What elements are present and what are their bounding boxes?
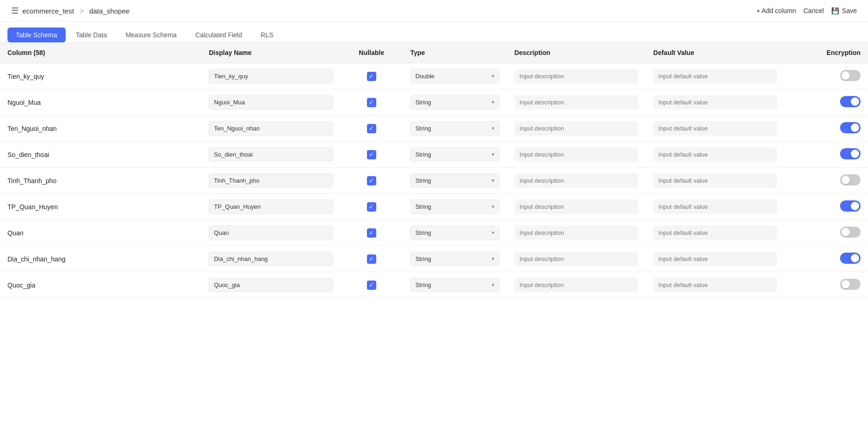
encryption-toggle[interactable] (840, 148, 861, 159)
nullable-checkbox[interactable]: ✓ (367, 150, 376, 159)
type-dropdown[interactable]: String▾ (410, 226, 500, 240)
default-value-input[interactable] (653, 226, 777, 240)
type-dropdown[interactable]: String▾ (410, 278, 500, 292)
description-input[interactable] (515, 173, 638, 188)
add-column-button[interactable]: + Add column (756, 7, 796, 14)
type-dropdown[interactable]: String▾ (410, 147, 500, 162)
display-name-input[interactable] (209, 199, 332, 214)
type-value: String (415, 255, 431, 262)
nullable-checkbox[interactable]: ✓ (367, 254, 376, 264)
display-name-input[interactable] (209, 226, 332, 240)
type-dropdown[interactable]: Double▾ (410, 69, 500, 83)
nullable-checkbox[interactable]: ✓ (367, 124, 376, 133)
default-value-input[interactable] (653, 147, 777, 162)
encryption-toggle[interactable] (840, 253, 861, 264)
schema-table-container: Column (58) Display Name Nullable Type D… (0, 42, 868, 298)
display-name-input[interactable] (209, 121, 332, 136)
type-dropdown[interactable]: String▾ (410, 199, 500, 214)
encryption-cell (785, 89, 868, 116)
chevron-down-icon: ▾ (492, 256, 495, 262)
display-name-input[interactable] (209, 278, 332, 292)
toggle-knob (851, 97, 859, 106)
column-header: Column (58) (0, 42, 201, 63)
default-value-input[interactable] (653, 69, 777, 83)
nullable-checkbox[interactable]: ✓ (367, 281, 376, 290)
encryption-toggle[interactable] (840, 279, 861, 290)
toggle-knob (841, 280, 850, 288)
type-cell: Double▾ (403, 63, 507, 89)
display-name-input[interactable] (209, 95, 332, 110)
type-cell: String▾ (403, 168, 507, 194)
toggle-knob (841, 176, 850, 184)
encryption-cell (785, 220, 868, 246)
type-header: Type (403, 42, 507, 63)
encryption-toggle[interactable] (840, 70, 861, 81)
encryption-toggle[interactable] (840, 200, 861, 212)
tab-calculated-field[interactable]: Calculated Field (187, 27, 250, 42)
type-dropdown[interactable]: String▾ (410, 173, 500, 188)
description-input[interactable] (515, 199, 638, 214)
default-value-cell (646, 220, 785, 246)
encryption-toggle[interactable] (840, 226, 861, 238)
type-dropdown[interactable]: String▾ (410, 95, 500, 110)
default-value-input[interactable] (653, 121, 777, 136)
display-name-input[interactable] (209, 252, 332, 266)
default-value-input[interactable] (653, 278, 777, 292)
column-name-cell: Nguoi_Mua (0, 89, 201, 116)
nullable-cell: ✓ (340, 272, 403, 298)
tab-table-schema[interactable]: Table Schema (7, 27, 66, 42)
table-row: Nguoi_Mua✓String▾ (0, 89, 868, 116)
type-dropdown[interactable]: String▾ (410, 252, 500, 266)
display-name-input[interactable] (209, 147, 332, 162)
description-input[interactable] (515, 226, 638, 240)
column-name-cell: Ten_Nguoi_nhan (0, 116, 201, 142)
column-name-cell: Quan (0, 220, 201, 246)
toggle-knob (851, 202, 859, 210)
nullable-checkbox[interactable]: ✓ (367, 228, 376, 238)
breadcrumb-separator: > (80, 7, 84, 15)
table-header-row: Column (58) Display Name Nullable Type D… (0, 42, 868, 63)
encryption-toggle[interactable] (840, 96, 861, 107)
type-dropdown[interactable]: String▾ (410, 121, 500, 136)
toggle-knob (841, 71, 850, 80)
chevron-down-icon: ▾ (492, 99, 495, 105)
default-value-input[interactable] (653, 95, 777, 110)
table-row: Tien_ky_quy✓Double▾ (0, 63, 868, 89)
description-input[interactable] (515, 121, 638, 136)
type-cell: String▾ (403, 89, 507, 116)
tab-measure-schema[interactable]: Measure Schema (117, 27, 185, 42)
description-input[interactable] (515, 95, 638, 110)
database-icon: ☰ (11, 6, 19, 16)
display-name-input[interactable] (209, 69, 332, 83)
table-row: Quan✓String▾ (0, 220, 868, 246)
encryption-toggle[interactable] (840, 174, 861, 185)
nullable-checkbox[interactable]: ✓ (367, 176, 376, 185)
encryption-cell (785, 142, 868, 168)
tab-table-data[interactable]: Table Data (68, 27, 115, 42)
display-name-input[interactable] (209, 173, 332, 188)
type-value: Double (415, 73, 434, 80)
nullable-checkbox[interactable]: ✓ (367, 202, 376, 212)
display-name-header: Display Name (201, 42, 340, 63)
description-input[interactable] (515, 278, 638, 292)
column-name-cell: TP_Quan_Huyen (0, 194, 201, 220)
nullable-cell: ✓ (340, 194, 403, 220)
tab-rls[interactable]: RLS (252, 27, 282, 42)
encryption-cell (785, 246, 868, 272)
description-input[interactable] (515, 69, 638, 83)
type-value: String (415, 281, 431, 288)
nullable-cell: ✓ (340, 168, 403, 194)
encryption-toggle[interactable] (840, 122, 861, 133)
save-button[interactable]: 💾 Save (831, 7, 857, 14)
default-value-input[interactable] (653, 199, 777, 214)
default-value-input[interactable] (653, 252, 777, 266)
encryption-header: Encryption (785, 42, 868, 63)
default-value-input[interactable] (653, 173, 777, 188)
nullable-checkbox[interactable]: ✓ (367, 72, 376, 81)
type-value: String (415, 99, 431, 106)
cancel-button[interactable]: Cancel (803, 7, 824, 14)
default-value-cell (646, 194, 785, 220)
description-input[interactable] (515, 147, 638, 162)
nullable-checkbox[interactable]: ✓ (367, 98, 376, 107)
description-input[interactable] (515, 252, 638, 266)
